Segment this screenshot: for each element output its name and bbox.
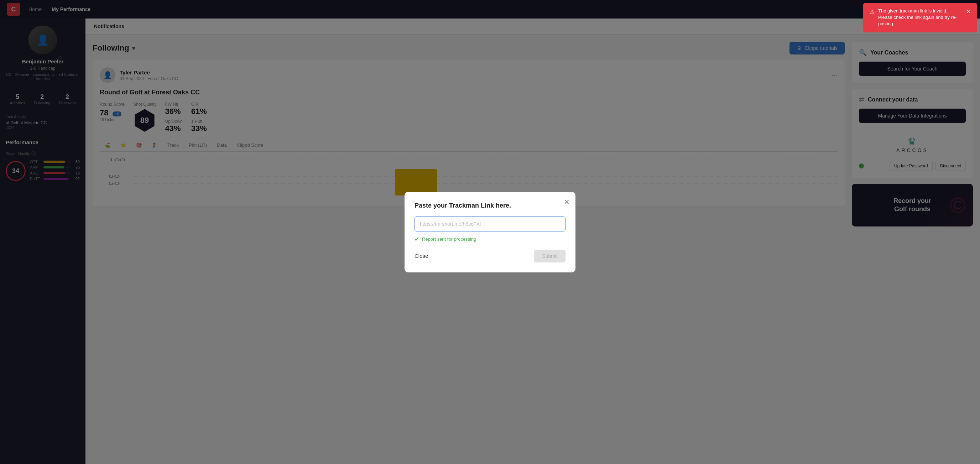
modal-footer: Close Submit — [415, 249, 565, 262]
trackman-modal: Paste your Trackman Link here. ✕ ✔ Repor… — [404, 192, 576, 272]
toast-message: The given trackman link is invalid. Plea… — [878, 8, 960, 27]
modal-close-button[interactable]: Close — [415, 253, 428, 259]
warning-icon: ⚠ — [870, 8, 875, 16]
toast-close-button[interactable]: ✕ — [966, 8, 971, 16]
success-check-icon: ✔ — [415, 236, 419, 243]
modal-overlay[interactable]: Paste your Trackman Link here. ✕ ✔ Repor… — [0, 0, 980, 464]
success-text: Report sent for processing — [422, 237, 476, 242]
modal-title: Paste your Trackman Link here. — [415, 202, 565, 210]
modal-close-x-button[interactable]: ✕ — [564, 198, 570, 206]
modal-submit-button[interactable]: Submit — [534, 249, 565, 262]
trackman-link-input[interactable] — [415, 216, 565, 232]
modal-success-message: ✔ Report sent for processing — [415, 236, 565, 243]
error-toast: ⚠ The given trackman link is invalid. Pl… — [863, 3, 977, 32]
